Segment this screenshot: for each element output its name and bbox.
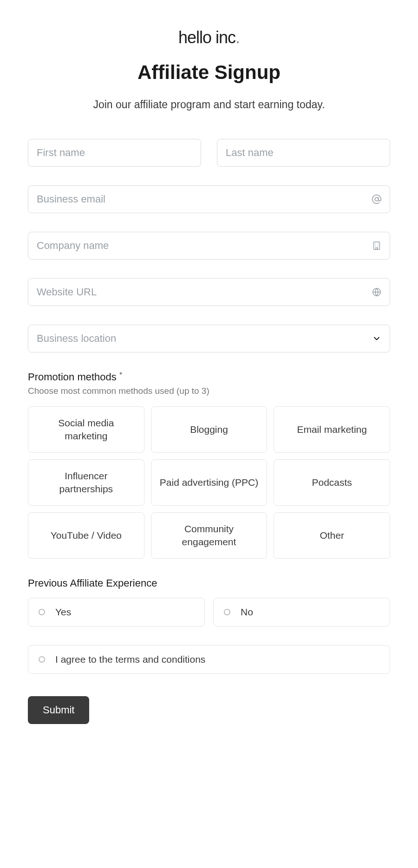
location-select[interactable]: Business location (28, 325, 390, 352)
promotion-label: Promotion methods * (28, 371, 390, 383)
promotion-option[interactable]: Other (274, 512, 390, 559)
promotion-help: Choose most common methods used (up to 3… (28, 386, 390, 396)
radio-icon (224, 609, 230, 615)
last-name-input[interactable] (217, 139, 390, 167)
brand-logo: hello inc. (28, 28, 390, 47)
location-placeholder: Business location (37, 333, 116, 345)
promotion-option[interactable]: Blogging (151, 406, 268, 453)
experience-option-yes[interactable]: Yes (28, 598, 205, 627)
radio-icon (39, 609, 45, 615)
promotion-option[interactable]: Paid advertising (PPC) (151, 459, 268, 506)
promotion-option[interactable]: Email marketing (274, 406, 390, 453)
company-input[interactable] (28, 232, 390, 260)
email-input[interactable] (28, 185, 390, 213)
terms-checkbox[interactable]: I agree to the terms and conditions (28, 645, 390, 674)
chevron-down-icon (372, 334, 381, 343)
brand-name: hello inc (178, 28, 235, 47)
promotion-options: Social media marketing Blogging Email ma… (28, 406, 390, 559)
page-title: Affiliate Signup (28, 61, 390, 84)
promotion-option[interactable]: Social media marketing (28, 406, 144, 453)
page-subtitle: Join our affiliate program and start ear… (28, 98, 390, 111)
first-name-input[interactable] (28, 139, 201, 167)
experience-option-no[interactable]: No (213, 598, 390, 627)
promotion-option[interactable]: Podcasts (274, 459, 390, 506)
promotion-option[interactable]: Influencer partnerships (28, 459, 144, 506)
experience-label: Previous Affiliate Experience (28, 577, 390, 589)
checkbox-icon (39, 656, 45, 663)
brand-dot: . (235, 28, 240, 47)
submit-button[interactable]: Submit (28, 696, 89, 724)
website-input[interactable] (28, 278, 390, 306)
promotion-option[interactable]: YouTube / Video (28, 512, 144, 559)
promotion-option[interactable]: Community engagement (151, 512, 268, 559)
